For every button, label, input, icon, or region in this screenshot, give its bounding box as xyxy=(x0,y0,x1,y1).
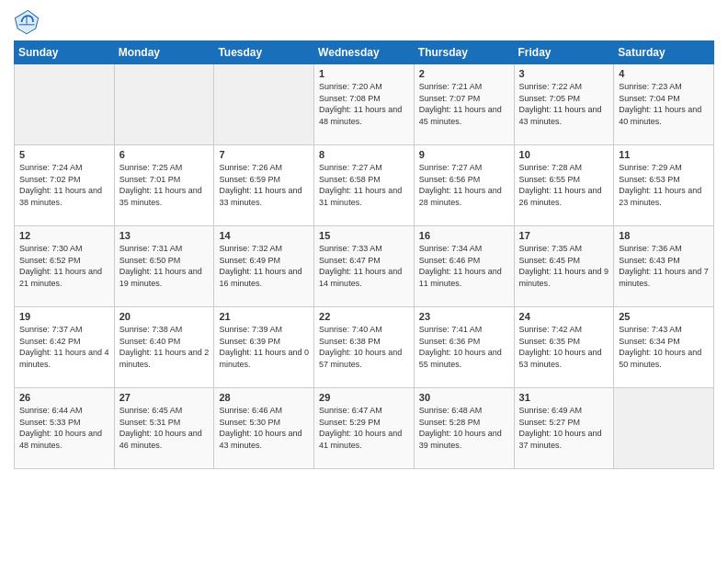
logo xyxy=(14,9,43,35)
week-row-5: 26Sunrise: 6:44 AMSunset: 5:33 PMDayligh… xyxy=(15,388,714,469)
day-number: 19 xyxy=(19,311,109,322)
day-number: 22 xyxy=(319,311,409,322)
day-number: 14 xyxy=(219,230,309,241)
day-info: Sunrise: 7:20 AMSunset: 7:08 PMDaylight:… xyxy=(319,81,409,127)
day-info: Sunrise: 7:27 AMSunset: 6:58 PMDaylight:… xyxy=(319,162,409,208)
day-cell xyxy=(114,64,214,145)
day-info: Sunrise: 7:21 AMSunset: 7:07 PMDaylight:… xyxy=(419,81,509,127)
day-cell: 22Sunrise: 7:40 AMSunset: 6:38 PMDayligh… xyxy=(314,307,415,388)
day-info: Sunrise: 6:48 AMSunset: 5:28 PMDaylight:… xyxy=(419,405,509,451)
day-cell: 1Sunrise: 7:20 AMSunset: 7:08 PMDaylight… xyxy=(314,64,415,145)
day-cell: 7Sunrise: 7:26 AMSunset: 6:59 PMDaylight… xyxy=(214,145,314,226)
day-cell: 23Sunrise: 7:41 AMSunset: 6:36 PMDayligh… xyxy=(414,307,514,388)
day-number: 20 xyxy=(119,311,210,322)
day-cell: 19Sunrise: 7:37 AMSunset: 6:42 PMDayligh… xyxy=(15,307,115,388)
day-cell xyxy=(214,64,314,145)
day-cell: 2Sunrise: 7:21 AMSunset: 7:07 PMDaylight… xyxy=(414,64,514,145)
day-cell: 26Sunrise: 6:44 AMSunset: 5:33 PMDayligh… xyxy=(15,388,115,469)
week-row-4: 19Sunrise: 7:37 AMSunset: 6:42 PMDayligh… xyxy=(15,307,714,388)
day-number: 30 xyxy=(419,392,509,403)
day-number: 8 xyxy=(319,149,409,160)
day-number: 23 xyxy=(419,311,509,322)
day-info: Sunrise: 7:32 AMSunset: 6:49 PMDaylight:… xyxy=(219,243,309,289)
day-cell xyxy=(15,64,115,145)
day-header-saturday: Saturday xyxy=(614,41,714,64)
day-info: Sunrise: 7:24 AMSunset: 7:02 PMDaylight:… xyxy=(19,162,109,208)
day-cell: 4Sunrise: 7:23 AMSunset: 7:04 PMDaylight… xyxy=(614,64,714,145)
day-cell: 30Sunrise: 6:48 AMSunset: 5:28 PMDayligh… xyxy=(414,388,514,469)
day-cell: 9Sunrise: 7:27 AMSunset: 6:56 PMDaylight… xyxy=(414,145,514,226)
day-number: 1 xyxy=(319,68,409,79)
day-number: 15 xyxy=(319,230,409,241)
day-header-monday: Monday xyxy=(114,41,214,64)
day-info: Sunrise: 7:36 AMSunset: 6:43 PMDaylight:… xyxy=(619,243,709,289)
day-cell: 3Sunrise: 7:22 AMSunset: 7:05 PMDaylight… xyxy=(514,64,614,145)
day-info: Sunrise: 7:26 AMSunset: 6:59 PMDaylight:… xyxy=(219,162,309,208)
day-cell: 29Sunrise: 6:47 AMSunset: 5:29 PMDayligh… xyxy=(314,388,415,469)
day-number: 5 xyxy=(19,149,109,160)
day-info: Sunrise: 7:43 AMSunset: 6:34 PMDaylight:… xyxy=(619,324,709,370)
day-info: Sunrise: 7:35 AMSunset: 6:45 PMDaylight:… xyxy=(519,243,609,289)
day-info: Sunrise: 7:29 AMSunset: 6:53 PMDaylight:… xyxy=(619,162,709,208)
day-number: 9 xyxy=(419,149,509,160)
week-row-3: 12Sunrise: 7:30 AMSunset: 6:52 PMDayligh… xyxy=(15,226,714,307)
day-info: Sunrise: 7:30 AMSunset: 6:52 PMDaylight:… xyxy=(19,243,109,289)
day-cell: 31Sunrise: 6:49 AMSunset: 5:27 PMDayligh… xyxy=(514,388,614,469)
day-cell: 5Sunrise: 7:24 AMSunset: 7:02 PMDaylight… xyxy=(15,145,115,226)
day-number: 2 xyxy=(419,68,509,79)
day-cell: 24Sunrise: 7:42 AMSunset: 6:35 PMDayligh… xyxy=(514,307,614,388)
days-header-row: SundayMondayTuesdayWednesdayThursdayFrid… xyxy=(15,41,714,64)
day-number: 24 xyxy=(519,311,609,322)
day-info: Sunrise: 7:31 AMSunset: 6:50 PMDaylight:… xyxy=(119,243,210,289)
day-cell: 11Sunrise: 7:29 AMSunset: 6:53 PMDayligh… xyxy=(614,145,714,226)
day-number: 16 xyxy=(419,230,509,241)
week-row-2: 5Sunrise: 7:24 AMSunset: 7:02 PMDaylight… xyxy=(15,145,714,226)
day-number: 28 xyxy=(219,392,309,403)
day-number: 27 xyxy=(119,392,210,403)
day-number: 6 xyxy=(119,149,210,160)
day-info: Sunrise: 7:37 AMSunset: 6:42 PMDaylight:… xyxy=(19,324,109,370)
day-number: 21 xyxy=(219,311,309,322)
day-cell: 13Sunrise: 7:31 AMSunset: 6:50 PMDayligh… xyxy=(114,226,214,307)
day-info: Sunrise: 7:41 AMSunset: 6:36 PMDaylight:… xyxy=(419,324,509,370)
day-cell: 14Sunrise: 7:32 AMSunset: 6:49 PMDayligh… xyxy=(214,226,314,307)
day-info: Sunrise: 7:34 AMSunset: 6:46 PMDaylight:… xyxy=(419,243,509,289)
day-number: 10 xyxy=(519,149,609,160)
day-number: 31 xyxy=(519,392,609,403)
day-number: 12 xyxy=(19,230,109,241)
day-cell: 20Sunrise: 7:38 AMSunset: 6:40 PMDayligh… xyxy=(114,307,214,388)
day-number: 17 xyxy=(519,230,609,241)
day-info: Sunrise: 7:25 AMSunset: 7:01 PMDaylight:… xyxy=(119,162,210,208)
day-cell: 15Sunrise: 7:33 AMSunset: 6:47 PMDayligh… xyxy=(314,226,415,307)
day-info: Sunrise: 7:38 AMSunset: 6:40 PMDaylight:… xyxy=(119,324,210,370)
day-cell: 28Sunrise: 6:46 AMSunset: 5:30 PMDayligh… xyxy=(214,388,314,469)
day-number: 25 xyxy=(619,311,709,322)
day-header-friday: Friday xyxy=(514,41,614,64)
day-number: 13 xyxy=(119,230,210,241)
logo-icon xyxy=(14,9,40,35)
day-info: Sunrise: 6:44 AMSunset: 5:33 PMDaylight:… xyxy=(19,405,109,451)
day-cell: 10Sunrise: 7:28 AMSunset: 6:55 PMDayligh… xyxy=(514,145,614,226)
day-number: 3 xyxy=(519,68,609,79)
day-cell: 25Sunrise: 7:43 AMSunset: 6:34 PMDayligh… xyxy=(614,307,714,388)
day-cell: 18Sunrise: 7:36 AMSunset: 6:43 PMDayligh… xyxy=(614,226,714,307)
day-info: Sunrise: 7:27 AMSunset: 6:56 PMDaylight:… xyxy=(419,162,509,208)
day-header-tuesday: Tuesday xyxy=(214,41,314,64)
day-header-thursday: Thursday xyxy=(414,41,514,64)
day-number: 11 xyxy=(619,149,709,160)
day-info: Sunrise: 7:42 AMSunset: 6:35 PMDaylight:… xyxy=(519,324,609,370)
day-header-wednesday: Wednesday xyxy=(314,41,415,64)
day-info: Sunrise: 6:45 AMSunset: 5:31 PMDaylight:… xyxy=(119,405,210,451)
day-cell: 17Sunrise: 7:35 AMSunset: 6:45 PMDayligh… xyxy=(514,226,614,307)
day-info: Sunrise: 7:33 AMSunset: 6:47 PMDaylight:… xyxy=(319,243,409,289)
day-number: 18 xyxy=(619,230,709,241)
day-cell: 8Sunrise: 7:27 AMSunset: 6:58 PMDaylight… xyxy=(314,145,415,226)
header xyxy=(14,9,714,35)
day-number: 29 xyxy=(319,392,409,403)
page: SundayMondayTuesdayWednesdayThursdayFrid… xyxy=(0,0,728,563)
day-info: Sunrise: 7:23 AMSunset: 7:04 PMDaylight:… xyxy=(619,81,709,127)
day-cell: 21Sunrise: 7:39 AMSunset: 6:39 PMDayligh… xyxy=(214,307,314,388)
day-info: Sunrise: 6:46 AMSunset: 5:30 PMDaylight:… xyxy=(219,405,309,451)
day-number: 4 xyxy=(619,68,709,79)
week-row-1: 1Sunrise: 7:20 AMSunset: 7:08 PMDaylight… xyxy=(15,64,714,145)
